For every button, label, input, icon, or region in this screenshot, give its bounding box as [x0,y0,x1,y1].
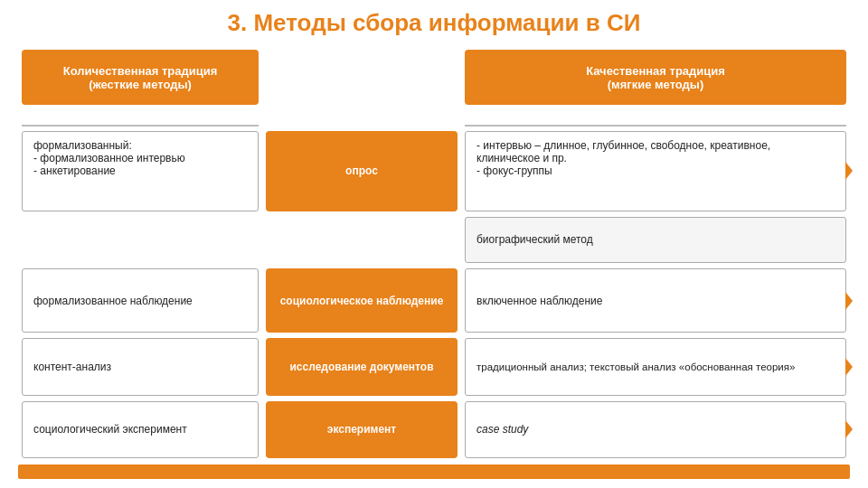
header-left: Количественная традиция (жесткие методы) [22,50,259,105]
sep-mid-empty [262,107,461,127]
row3-right: традиционный анализ; текстовый анализ «о… [465,338,846,395]
row3-mid: исследование документов [266,338,458,395]
row0-mid: опрос [266,131,458,211]
row1-right: биографический метод [465,217,846,263]
row4-right: case study [465,401,846,458]
row2-left: формализованное наблюдение [22,268,259,333]
row4-left: социологический эксперимент [22,401,259,458]
page-title: 3. Методы сбора информации в СИ [18,9,850,37]
row3-left: контент-анализ [22,338,259,395]
header-right: Качественная традиция (мягкие методы) [465,50,846,105]
row1-mid-empty [266,216,458,264]
bottom-bar [18,465,850,479]
sep-right [465,107,846,126]
sep-left [22,107,259,126]
page: 3. Методы сбора информации в СИ Количест… [0,0,868,488]
row0-left: формализованный: - формализованное интер… [22,131,259,211]
row1-left-empty [22,216,259,264]
row2-mid: социологическое наблюдение [266,268,458,333]
row2-right: включенное наблюдение [465,268,846,333]
header-mid-empty [262,48,461,107]
row0-right: - интервью – длинное, глубинное, свободн… [465,131,846,211]
row4-mid: эксперимент [266,401,458,458]
